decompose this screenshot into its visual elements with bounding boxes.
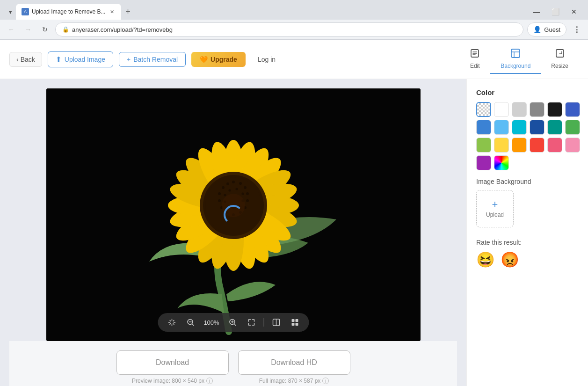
active-tab[interactable]: A Upload Image to Remove B... ✕ (16, 4, 121, 20)
download-card: Download Preview image: 800 × 540 px i (116, 350, 229, 384)
download-hd-button[interactable]: Download HD (238, 350, 350, 375)
guest-btn[interactable]: 👤 Guest (527, 22, 566, 36)
color-swatch-blue[interactable] (476, 120, 491, 135)
upload-bg-plus-icon: + (492, 199, 498, 210)
download-hd-label: Download HD (271, 358, 317, 367)
restore-btn[interactable]: ⬜ (546, 4, 565, 20)
color-swatch-white[interactable] (494, 102, 509, 117)
zoom-out-btn[interactable] (184, 316, 197, 329)
loading-spinner (224, 205, 243, 225)
image-bg-title: Image Background (476, 178, 579, 185)
svg-point-36 (246, 199, 249, 202)
rate-happy-emoji[interactable]: 😆 (476, 251, 495, 269)
svg-point-42 (218, 199, 221, 202)
back-label: Back (21, 56, 35, 63)
rate-angry-emoji[interactable]: 😡 (501, 251, 519, 269)
svg-point-33 (239, 182, 242, 185)
tab-edit-label: Edit (470, 63, 480, 69)
toolbar-right-tabs: Edit Background Resize (459, 44, 579, 74)
tab-favicon: A (22, 8, 29, 15)
color-swatch-lightgray[interactable] (512, 102, 527, 117)
color-swatch-pink[interactable] (547, 138, 562, 153)
svg-point-53 (224, 194, 226, 197)
preview-meta: Preview image: 800 × 540 px i (132, 378, 213, 384)
color-swatch-orange[interactable] (512, 138, 527, 153)
address-input[interactable]: 🔒 anyeraser.com/upload/?td=removebg (55, 22, 523, 36)
upload-image-button[interactable]: ⬆ Upload Image (48, 51, 113, 67)
svg-point-35 (246, 192, 249, 195)
zoom-level: 100% (203, 319, 220, 326)
sidebar: Color (466, 79, 588, 386)
svg-point-43 (218, 192, 221, 195)
svg-point-46 (235, 188, 238, 190)
color-swatch-navy[interactable] (530, 120, 544, 135)
upgrade-label: Upgrade (211, 56, 237, 63)
color-swatch-darkblue[interactable] (565, 102, 580, 117)
fullscreen-btn[interactable] (245, 316, 258, 329)
tab-background[interactable]: Background (490, 44, 541, 74)
tab-resize[interactable]: Resize (541, 44, 579, 74)
guest-icon: 👤 (533, 26, 541, 33)
batch-icon: + (127, 56, 131, 63)
rate-emojis: 😆 😡 (476, 251, 579, 269)
image-container: 100% (46, 88, 421, 341)
guest-label: Guest (544, 26, 560, 33)
info-hd-icon[interactable]: i (322, 378, 329, 384)
split-view-btn[interactable] (269, 316, 283, 329)
svg-rect-60 (291, 319, 294, 322)
tab-title: Upload Image to Remove B... (32, 8, 105, 15)
toolbar-separator (263, 318, 264, 327)
tab-list-btn[interactable]: ▾ (5, 4, 16, 20)
zoom-in-btn[interactable] (226, 316, 239, 329)
color-section-title: Color (476, 88, 579, 96)
canvas-area: 100% (0, 79, 466, 386)
color-swatch-lightpink[interactable] (565, 138, 580, 153)
close-btn[interactable]: ✕ (565, 4, 583, 20)
address-lock-icon: 🔒 (62, 26, 69, 33)
color-swatch-yellow[interactable] (494, 138, 509, 153)
browser-chrome: ▾ A Upload Image to Remove B... ✕ + — ⬜ … (0, 0, 588, 20)
svg-rect-61 (295, 319, 298, 322)
svg-point-54 (228, 189, 231, 192)
background-icon (510, 48, 521, 61)
color-swatch-gradient[interactable] (494, 155, 509, 170)
image-toolbar: 100% (158, 313, 309, 332)
color-swatch-skyblue[interactable] (494, 120, 509, 135)
app-container: ‹ Back ⬆ Upload Image + Batch Removal 🧡 … (0, 40, 588, 386)
address-url: anyeraser.com/upload/?td=removebg (72, 26, 516, 33)
upload-label: Upload Image (65, 56, 105, 63)
reload-btn[interactable]: ↻ (38, 23, 51, 36)
color-swatch-purple[interactable] (476, 155, 491, 170)
upgrade-button[interactable]: 🧡 Upgrade (191, 52, 246, 67)
new-tab-btn[interactable]: + (121, 5, 134, 18)
back-nav-btn[interactable]: ← (5, 23, 18, 36)
batch-removal-button[interactable]: + Batch Removal (119, 52, 186, 67)
grid-btn[interactable] (288, 316, 301, 329)
image-background-section: Image Background + Upload (476, 178, 579, 227)
color-swatch-black[interactable] (547, 102, 562, 117)
tab-resize-label: Resize (551, 63, 568, 69)
color-swatch-transparent[interactable] (476, 102, 491, 117)
app-toolbar: ‹ Back ⬆ Upload Image + Batch Removal 🧡 … (0, 40, 588, 79)
more-options-btn[interactable]: ⋮ (570, 23, 583, 36)
color-swatch-red[interactable] (530, 138, 544, 153)
upload-background-btn[interactable]: + Upload (476, 190, 514, 227)
color-swatch-gray[interactable] (530, 102, 544, 117)
tab-close-btn[interactable]: ✕ (108, 8, 116, 15)
color-swatch-darkteal[interactable] (547, 120, 562, 135)
download-button[interactable]: Download (116, 350, 229, 375)
tab-edit[interactable]: Edit (459, 44, 490, 74)
color-swatch-teal[interactable] (512, 120, 527, 135)
color-swatch-lime[interactable] (476, 138, 491, 153)
login-button[interactable]: Log in (251, 52, 282, 66)
upload-bg-label: Upload (486, 211, 504, 218)
svg-point-44 (222, 186, 225, 189)
minimize-btn[interactable]: — (527, 4, 546, 20)
svg-rect-1 (511, 49, 520, 58)
info-icon[interactable]: i (206, 378, 213, 384)
pan-tool-btn[interactable] (165, 316, 178, 329)
forward-nav-btn[interactable]: → (22, 23, 35, 36)
back-button[interactable]: ‹ Back (9, 52, 42, 67)
color-swatch-green[interactable] (565, 120, 580, 135)
svg-rect-63 (295, 323, 298, 326)
